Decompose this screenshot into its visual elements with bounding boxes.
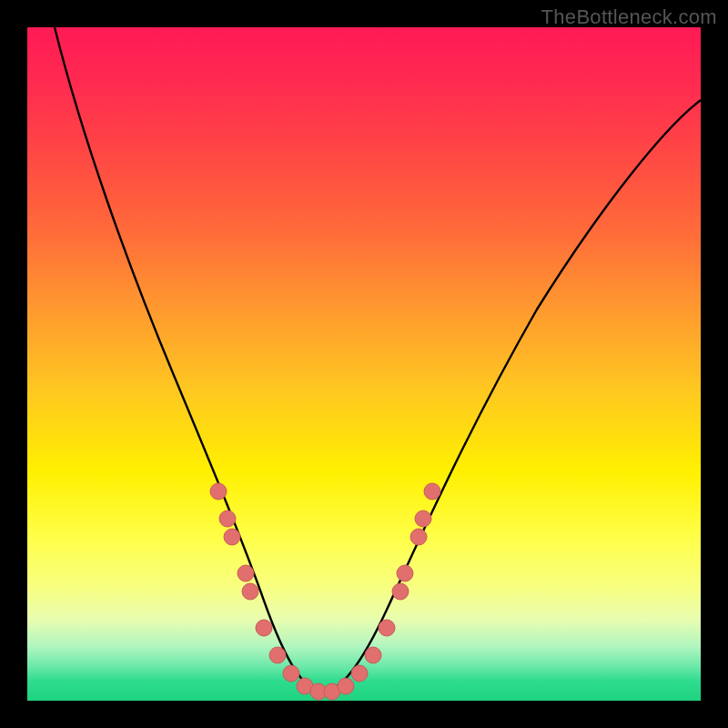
chart-overlay <box>27 27 701 701</box>
marker-group <box>210 483 440 700</box>
watermark-text: TheBottleneck.com <box>541 5 717 29</box>
marker <box>224 529 240 545</box>
marker <box>397 565 413 581</box>
marker <box>410 529 427 545</box>
marker <box>283 665 299 682</box>
marker <box>424 483 440 500</box>
outer-frame: TheBottleneck.com <box>0 0 728 728</box>
marker <box>351 665 368 682</box>
marker <box>256 620 272 636</box>
marker <box>392 583 409 600</box>
marker <box>242 583 258 600</box>
marker <box>269 647 286 663</box>
marker <box>338 678 354 694</box>
marker <box>238 565 254 581</box>
marker <box>365 647 381 663</box>
bottleneck-curve <box>55 27 701 692</box>
marker <box>210 483 227 500</box>
marker <box>415 511 431 527</box>
marker <box>379 620 395 636</box>
marker <box>219 511 236 527</box>
